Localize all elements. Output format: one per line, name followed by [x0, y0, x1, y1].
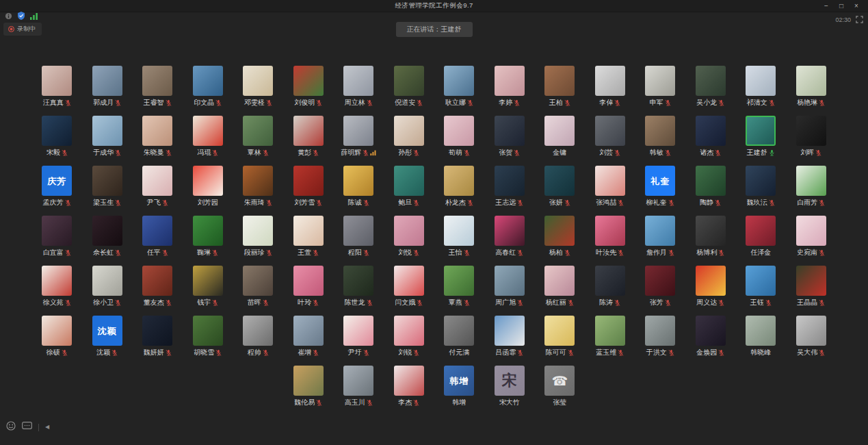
participant-tile[interactable]: 刘锐 [384, 316, 434, 357]
participant-tile[interactable]: 陶静 [685, 166, 736, 207]
participant-tile[interactable]: 覃燕 [434, 266, 485, 307]
participant-tile[interactable]: 耿立娜 [434, 66, 485, 107]
participant-tile[interactable]: 倪道安 [384, 66, 434, 107]
participant-tile[interactable]: 钱宇 [183, 266, 233, 307]
participant-tile[interactable]: 李倬 [585, 66, 635, 107]
collapse-toolbar-icon[interactable]: ◀ [45, 424, 49, 430]
participant-tile[interactable]: 申军 [635, 66, 686, 107]
participant-tile[interactable]: 礼奎柳礼奎 [635, 166, 686, 207]
participant-tile[interactable]: 徐小卫 [82, 266, 133, 307]
participant-tile[interactable]: 王萱 [283, 216, 334, 257]
participant-tile[interactable]: 董友杰 [133, 266, 183, 307]
participant-tile[interactable]: 王晶晶 [786, 266, 837, 307]
participant-tile[interactable]: 韩敏 [635, 116, 686, 157]
participant-tile[interactable]: 孙彤 [384, 116, 434, 157]
participant-tile[interactable]: 高玉川 [334, 366, 384, 407]
participant-tile[interactable]: 陈涛 [585, 266, 635, 307]
participant-tile[interactable]: 程帅 [233, 316, 284, 357]
participant-tile[interactable]: 王建舒 [736, 116, 787, 157]
participant-tile[interactable]: 冯琨 [183, 116, 233, 157]
participant-tile[interactable]: 王钰 [736, 266, 787, 307]
participant-tile[interactable]: 刘芳园 [183, 166, 233, 207]
participant-tile[interactable]: 叶汝先 [585, 216, 635, 257]
participant-tile[interactable]: 叶玲 [283, 266, 334, 307]
participant-tile[interactable]: 杨博利 [685, 216, 736, 257]
participant-tile[interactable]: 朱雨琦 [233, 166, 284, 207]
participant-tile[interactable]: 付元满 [434, 316, 485, 357]
participant-tile[interactable]: 陈可可 [535, 316, 586, 357]
participant-tile[interactable]: 高春红 [484, 216, 535, 257]
chat-icon[interactable] [22, 421, 32, 433]
participant-tile[interactable]: 张鸿喆 [585, 166, 635, 207]
participant-tile[interactable]: 周义达 [685, 266, 736, 307]
participant-tile[interactable]: 印文晶 [183, 66, 233, 107]
fullscreen-icon[interactable] [856, 14, 863, 26]
participant-tile[interactable]: 尹圩 [334, 316, 384, 357]
participant-tile[interactable]: 邓雯柽 [233, 66, 284, 107]
participant-tile[interactable]: 诸杰 [685, 116, 736, 157]
participant-tile[interactable]: 汪真真 [32, 66, 83, 107]
emoji-icon[interactable] [6, 421, 16, 433]
participant-tile[interactable]: 刘悦 [384, 216, 434, 257]
participant-tile[interactable]: 郭成月 [82, 66, 133, 107]
participant-tile[interactable]: 史宛南 [786, 216, 837, 257]
shield-icon[interactable] [18, 10, 25, 23]
participant-tile[interactable]: 白宜富 [32, 216, 83, 257]
participant-tile[interactable]: 徐义苑 [32, 266, 83, 307]
participant-tile[interactable]: 宋毅 [32, 116, 83, 157]
participant-tile[interactable]: 陈诚 [334, 166, 384, 207]
participant-tile[interactable]: 陈世龙 [334, 266, 384, 307]
participant-tile[interactable]: 王怡 [434, 216, 485, 257]
close-button[interactable]: × [849, 2, 864, 10]
participant-tile[interactable]: 魏妍妍 [133, 316, 183, 357]
participant-tile[interactable]: 王柏 [535, 66, 586, 107]
participant-tile[interactable]: 蓝玉维 [585, 316, 635, 357]
participant-tile[interactable]: 李杰 [384, 366, 434, 407]
participant-tile[interactable]: 苗晖 [233, 266, 284, 307]
participant-tile[interactable]: 梁玉生 [82, 166, 133, 207]
participant-tile[interactable]: 周广旭 [484, 266, 535, 307]
participant-tile[interactable]: 刘芸 [585, 116, 635, 157]
participant-tile[interactable]: 韩晓峰 [736, 316, 787, 357]
participant-tile[interactable]: 李婷 [484, 66, 535, 107]
participant-tile[interactable]: 于洪文 [635, 316, 686, 357]
participant-tile[interactable]: 崔增 [283, 316, 334, 357]
participant-tile[interactable]: 魏玖沄 [736, 166, 787, 207]
participant-tile[interactable]: 鞠琳 [183, 216, 233, 257]
participant-tile[interactable]: 黄彭 [283, 116, 334, 157]
participant-tile[interactable]: 于成华 [82, 116, 133, 157]
participant-tile[interactable]: 覃林 [233, 116, 284, 157]
participant-tile[interactable]: 胡晓雪 [183, 316, 233, 357]
participant-tile[interactable]: 闫文娥 [384, 266, 434, 307]
participant-tile[interactable]: 程阳 [334, 216, 384, 257]
participant-tile[interactable]: 杨柏 [535, 216, 586, 257]
participant-tile[interactable]: 魏伦易 [283, 366, 334, 407]
participant-tile[interactable]: 詹作月 [635, 216, 686, 257]
recording-badge[interactable]: 录制中 [3, 23, 42, 36]
participant-tile[interactable]: 宋宋大竹 [484, 366, 535, 407]
participant-tile[interactable]: 刘俊明 [283, 66, 334, 107]
participant-tile[interactable]: 庆芳孟庆芳 [32, 166, 83, 207]
participant-tile[interactable]: 朱晓曼 [133, 116, 183, 157]
maximize-button[interactable]: □ [834, 2, 849, 10]
participant-tile[interactable]: 荀萌 [434, 116, 485, 157]
participant-tile[interactable]: 金镛 [535, 116, 586, 157]
participant-tile[interactable]: ☎张莹 [535, 366, 586, 407]
participant-tile[interactable]: 祁清文 [736, 66, 787, 107]
participant-tile[interactable]: 薛明辉 [334, 116, 384, 157]
participant-tile[interactable]: 杨艳琳 [786, 66, 837, 107]
participant-tile[interactable]: 吴大伟 [786, 316, 837, 357]
participant-tile[interactable]: 任泽金 [736, 216, 787, 257]
participant-tile[interactable]: 佘长虹 [82, 216, 133, 257]
participant-tile[interactable]: 刘芳雪 [283, 166, 334, 207]
participant-tile[interactable]: 王志远 [484, 166, 535, 207]
participant-tile[interactable]: 徐硕 [32, 316, 83, 357]
info-icon[interactable] [5, 10, 12, 23]
participant-tile[interactable]: 任平 [133, 216, 183, 257]
participant-tile[interactable]: 朴龙杰 [434, 166, 485, 207]
participant-tile[interactable]: 韩增韩增 [434, 366, 485, 407]
participant-tile[interactable]: 周立林 [334, 66, 384, 107]
participant-tile[interactable]: 王睿智 [133, 66, 183, 107]
participant-tile[interactable]: 金焕园 [685, 316, 736, 357]
participant-tile[interactable]: 吕函霏 [484, 316, 535, 357]
